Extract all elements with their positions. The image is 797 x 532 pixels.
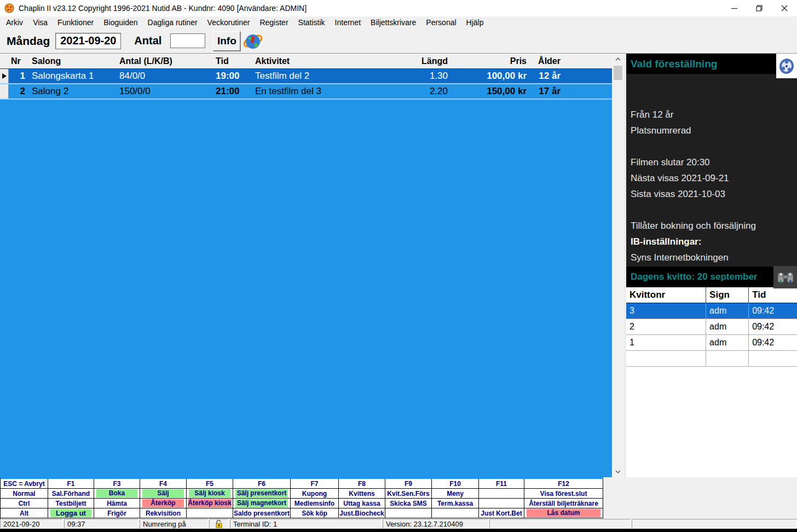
menu-item-statistik[interactable]: Statistik xyxy=(293,18,330,27)
fkey-alt-f4[interactable]: Rekvisition xyxy=(140,508,187,518)
fkey-alt-f12[interactable]: Lås datum xyxy=(524,508,603,518)
date-field[interactable]: 2021-09-20 xyxy=(55,33,121,49)
fkey-f10: F10 xyxy=(432,479,479,489)
fkey-f4: F4 xyxy=(140,479,187,489)
chaplin-window: Chaplin II v23.12 Copyright 1996-2021 Nu… xyxy=(0,0,797,532)
fkey-ctrl-f5[interactable]: Återköp kiosk xyxy=(187,499,233,508)
modifier-label-ctrl: Ctrl xyxy=(1,499,48,508)
status-version: Version: 23.12.7.210409 xyxy=(383,519,488,529)
receipts-title: Dagens kvitto: 20 september xyxy=(631,271,757,282)
selected-show-header: Vald föreställning xyxy=(626,54,797,74)
col-header-pris: Pris xyxy=(452,56,529,66)
scroll-up-icon[interactable] xyxy=(612,54,624,65)
internet-globe-icon[interactable] xyxy=(242,31,263,51)
fkey-normal-f1[interactable]: Sal.Förhand xyxy=(48,489,94,499)
col-header-nr: Nr xyxy=(9,56,27,66)
fkey-ctrl-f7[interactable]: Medlemsinfo xyxy=(291,499,339,508)
table-row[interactable]: 2 Salong 2 150/0/0 21:00 En testfilm del… xyxy=(0,84,612,100)
fkey-normal-f7[interactable]: Kupong xyxy=(291,489,339,499)
shows-table-header: Nr Salong Antal (L/K/B) Tid Aktivitet Lä… xyxy=(0,54,612,69)
menu-item-register[interactable]: Register xyxy=(255,18,293,27)
fkey-alt-f7[interactable]: Sök köp xyxy=(291,508,339,518)
fkey-normal-f3[interactable]: Boka xyxy=(94,489,140,499)
status-empty xyxy=(632,519,797,529)
fkey-alt-f1[interactable]: Logga ut xyxy=(48,508,94,518)
fkey-f11: F11 xyxy=(479,479,524,489)
bottom-edge xyxy=(0,529,797,532)
scroll-down-icon[interactable] xyxy=(612,466,624,477)
modifier-label-alt: Alt xyxy=(1,508,48,518)
receipts-table-header: Kvittonr Sign Tid xyxy=(626,287,797,303)
fkey-normal-f9[interactable]: Kvit.Sen.Förs xyxy=(385,489,432,499)
fkey-normal-f12[interactable]: Visa förest.slut xyxy=(524,489,603,499)
modifier-label-normal: Normal xyxy=(1,489,48,499)
fkey-normal-f5[interactable]: Sälj kiosk xyxy=(187,489,233,499)
fkey-ctrl-f6[interactable]: Sälj magnetkort xyxy=(233,499,291,508)
selected-show-panel: Vald föreställning Från 12 år Platsnumre… xyxy=(624,54,797,477)
col-header-antal: Antal (L/K/B) xyxy=(118,56,215,66)
vertical-scrollbar[interactable] xyxy=(612,54,624,477)
window-title: Chaplin II v23.12 Copyright 1996-2021 Nu… xyxy=(19,4,721,13)
status-empty xyxy=(489,519,631,529)
menu-bar: Arkiv Visa Funktioner Bioguiden Dagliga … xyxy=(0,16,797,28)
close-icon[interactable] xyxy=(772,0,797,16)
menu-item-internet[interactable]: Internet xyxy=(330,18,366,27)
menu-item-veckorutiner[interactable]: Veckorutiner xyxy=(203,18,255,27)
fkey-normal-f4[interactable]: Sälj xyxy=(140,489,187,499)
menu-item-hjalp[interactable]: Hjälp xyxy=(461,18,489,27)
fkey-alt-f3[interactable]: Frigör xyxy=(94,508,140,518)
fkey-ctrl-f4[interactable]: Återköp xyxy=(140,499,187,508)
fkey-ctrl-f9[interactable]: Skicka SMS xyxy=(385,499,432,508)
menu-item-bioguiden[interactable]: Bioguiden xyxy=(99,18,142,27)
shows-table: Nr Salong Antal (L/K/B) Tid Aktivitet Lä… xyxy=(0,54,612,477)
fkey-ctrl-f1[interactable]: Testbiljett xyxy=(48,499,94,508)
list-item[interactable]: 2 adm 09:42 xyxy=(626,319,797,335)
menu-item-arkiv[interactable]: Arkiv xyxy=(1,18,28,27)
list-item[interactable]: 3 adm 09:42 xyxy=(626,303,797,319)
selected-row-arrow-icon xyxy=(0,69,9,83)
col-header-sign: Sign xyxy=(706,287,749,303)
receipts-table: Kvittonr Sign Tid 3 adm 09:42 2 adm 09:4… xyxy=(626,287,797,367)
binoculars-icon[interactable] xyxy=(773,266,797,288)
fkey-normal-f6[interactable]: Sälj presentkort xyxy=(233,489,291,499)
fkey-f12: F12 xyxy=(524,479,603,489)
receipts-header: Dagens kvitto: 20 september xyxy=(626,267,797,287)
menu-item-visa[interactable]: Visa xyxy=(28,18,53,27)
minimize-button[interactable] xyxy=(721,0,747,16)
menu-item-personal[interactable]: Personal xyxy=(421,18,461,27)
fkey-ctrl-f11 xyxy=(479,499,524,508)
fkey-esc-label: ESC = Avbryt xyxy=(1,479,48,489)
fkey-f1: F1 xyxy=(48,479,94,489)
menu-item-biljettskrivare[interactable]: Biljettskrivare xyxy=(366,18,421,27)
menu-item-funktioner[interactable]: Funktioner xyxy=(53,18,99,27)
fkey-normal-f10[interactable]: Meny xyxy=(432,489,479,499)
restore-button[interactable] xyxy=(747,0,772,16)
selected-show-title: Vald föreställning xyxy=(631,58,717,70)
fkey-ctrl-f3[interactable]: Hämta xyxy=(94,499,140,508)
fkey-alt-f9 xyxy=(385,508,432,518)
fkey-ctrl-f10[interactable]: Term.kassa xyxy=(432,499,479,508)
fkey-f5: F5 xyxy=(187,479,233,489)
fkey-alt-f6[interactable]: Saldo presentkort xyxy=(233,508,291,518)
status-numbering: Numrering på xyxy=(140,519,208,529)
fkey-normal-f8[interactable]: Kvittens xyxy=(339,489,385,499)
col-header-aktivitet: Aktivitet xyxy=(251,56,416,66)
selected-show-details: Från 12 år Platsnumrerad Filmen slutar 2… xyxy=(626,74,797,267)
weekday-label: Måndag xyxy=(7,34,50,48)
scrollbar-thumb[interactable] xyxy=(614,66,622,80)
fkey-ctrl-f12[interactable]: Återställ biljetträknare xyxy=(524,499,603,508)
fkey-alt-f8[interactable]: Just.Biocheck xyxy=(339,508,385,518)
row-selector-column xyxy=(0,54,9,68)
film-reel-icon xyxy=(776,54,797,78)
fkey-f9: F9 xyxy=(385,479,432,489)
fkey-alt-f11[interactable]: Just Kort.Bet xyxy=(479,508,524,518)
menu-item-dagliga-rutiner[interactable]: Dagliga rutiner xyxy=(143,18,203,27)
antal-input[interactable] xyxy=(170,33,205,48)
list-item[interactable]: 1 adm 09:42 xyxy=(626,335,797,351)
fkey-f8: F8 xyxy=(339,479,385,489)
app-icon xyxy=(4,3,14,13)
status-terminal: Terminal ID: 1 xyxy=(230,519,382,529)
info-button[interactable]: Info xyxy=(213,31,240,51)
fkey-ctrl-f8[interactable]: Uttag kassa xyxy=(339,499,385,508)
table-row[interactable]: 1 Salongskarta 1 84/0/0 19:00 Testfilm d… xyxy=(0,69,612,84)
